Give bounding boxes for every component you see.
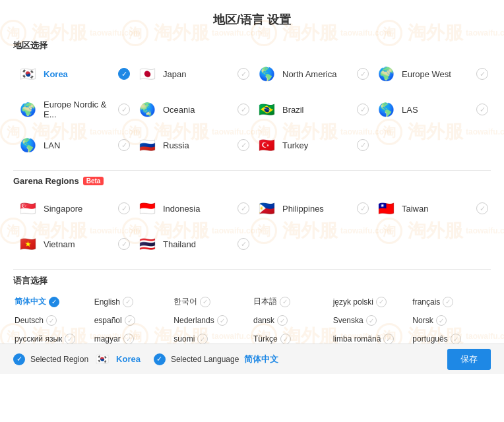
region-check-thailand: ✓ <box>237 238 249 250</box>
region-item-north_america[interactable]: 🌎North America✓ <box>252 58 371 90</box>
region-item-indonesia[interactable]: 🇮🇩Indonesia✓ <box>133 193 252 224</box>
garena-label-row: Garena Regions Beta <box>13 176 491 186</box>
lang-item-de[interactable]: Deutsch✓ <box>13 313 93 328</box>
region-item-turkey[interactable]: 🇹🇷Turkey✓ <box>252 129 371 161</box>
lang-check-ko: ✓ <box>200 297 210 307</box>
region-check-indonesia: ✓ <box>237 202 249 214</box>
flag-europe_west: 🌍 <box>374 62 398 86</box>
lang-check-nl: ✓ <box>217 315 228 326</box>
lang-name-ro: limba română <box>333 334 381 344</box>
region-item-japan[interactable]: 🇯🇵Japan✓ <box>133 58 252 90</box>
page-title: 地区/语言 设置 <box>0 0 504 34</box>
region-item-philippines[interactable]: 🇵🇭Philippines✓ <box>252 193 371 224</box>
lang-item-en[interactable]: English✓ <box>93 293 173 310</box>
region-name-thailand: Thailand <box>163 239 234 249</box>
lang-name-fi: suomi <box>173 334 195 344</box>
region-item-taiwan[interactable]: 🇹🇼Taiwan✓ <box>371 193 491 224</box>
lang-name-no: Norsk <box>412 316 433 325</box>
flag-lan: 🌎 <box>16 133 40 157</box>
region-name-philippines: Philippines <box>282 204 353 214</box>
lang-item-no[interactable]: Norsk✓ <box>411 313 491 328</box>
lang-check-ru: ✓ <box>65 334 75 344</box>
lang-item-fr[interactable]: français✓ <box>411 293 491 310</box>
flag-taiwan: 🇹🇼 <box>374 196 398 220</box>
region-section: 地区选择 🇰🇷Korea✓🇯🇵Japan✓🌎North America✓🌍Eur… <box>0 34 504 170</box>
region-check-las: ✓ <box>476 104 488 115</box>
region-item-europe_nordic[interactable]: 🌍Europe Nordic & E...✓ <box>13 94 133 125</box>
lang-name-de: Deutsch <box>15 316 44 325</box>
region-check-russia: ✓ <box>237 139 249 151</box>
region-name-korea: Korea <box>44 69 114 79</box>
region-name-brazil: Brazil <box>282 105 353 115</box>
lang-check-ro: ✓ <box>383 334 394 344</box>
selected-region-value: Korea <box>116 354 141 364</box>
region-check-turkey: ✓ <box>357 139 369 151</box>
region-item-russia[interactable]: 🇷🇺Russia✓ <box>133 129 252 161</box>
lang-check-zh_cn: ✓ <box>49 297 59 307</box>
lang-item-da[interactable]: dansk✓ <box>252 313 332 328</box>
lang-name-zh_cn: 简体中文 <box>15 296 46 307</box>
region-section-label: 地区选择 <box>13 40 491 51</box>
lang-check-hu: ✓ <box>123 334 134 344</box>
region-name-europe_west: Europe West <box>402 69 472 79</box>
save-button[interactable]: 保存 <box>447 349 491 370</box>
flag-korea: 🇰🇷 <box>16 62 40 86</box>
selected-region-check-icon: ✓ <box>13 353 25 365</box>
lang-item-ja[interactable]: 日本語✓ <box>252 293 332 310</box>
region-item-korea[interactable]: 🇰🇷Korea✓ <box>13 58 133 90</box>
lang-item-pl[interactable]: język polski✓ <box>332 293 412 310</box>
region-item-lan[interactable]: 🌎LAN✓ <box>13 129 133 161</box>
lang-name-pt: português <box>412 334 447 344</box>
flag-indonesia: 🇮🇩 <box>135 196 159 220</box>
region-item-europe_west[interactable]: 🌍Europe West✓ <box>371 58 491 90</box>
region-item-brazil[interactable]: 🇧🇷Brazil✓ <box>252 94 371 125</box>
lang-name-tr: Türkçe <box>253 334 278 344</box>
region-item-las[interactable]: 🌎LAS✓ <box>371 94 491 125</box>
lang-item-ko[interactable]: 한국어✓ <box>172 293 252 310</box>
lang-check-tr: ✓ <box>280 334 291 344</box>
page-wrapper: 淘淘外服taowaifu.com 淘淘外服taowaifu.com 淘淘外服ta… <box>0 0 504 374</box>
lang-name-fr: français <box>412 297 440 307</box>
region-check-lan: ✓ <box>118 139 130 151</box>
lang-item-sv[interactable]: Svenska✓ <box>332 313 412 328</box>
garena-regions-grid: 🇸🇬Singapore✓🇮🇩Indonesia✓🇵🇭Philippines✓🇹🇼… <box>13 193 491 260</box>
region-name-lan: LAN <box>44 140 114 150</box>
flag-las: 🌎 <box>374 98 398 121</box>
regions-grid: 🇰🇷Korea✓🇯🇵Japan✓🌎North America✓🌍Europe W… <box>13 58 491 161</box>
lang-name-en: English <box>94 297 120 307</box>
selected-language-check-icon: ✓ <box>154 353 166 365</box>
lang-check-da: ✓ <box>277 315 288 326</box>
region-check-north_america: ✓ <box>357 68 369 80</box>
flag-brazil: 🇧🇷 <box>255 98 278 121</box>
garena-section: Garena Regions Beta 🇸🇬Singapore✓🇮🇩Indone… <box>0 171 504 269</box>
lang-item-nl[interactable]: Nederlands✓ <box>172 313 252 328</box>
lang-name-nl: Nederlands <box>173 316 214 325</box>
lang-item-es[interactable]: español✓ <box>93 313 173 328</box>
region-check-brazil: ✓ <box>357 104 369 115</box>
region-item-oceania[interactable]: 🌏Oceania✓ <box>133 94 252 125</box>
region-name-oceania: Oceania <box>163 105 234 115</box>
lang-check-sv: ✓ <box>366 315 377 326</box>
region-name-europe_nordic: Europe Nordic & E... <box>44 100 114 119</box>
region-item-singapore[interactable]: 🇸🇬Singapore✓ <box>13 193 133 224</box>
region-name-russia: Russia <box>163 140 234 150</box>
region-check-vietnam: ✓ <box>118 238 130 250</box>
region-check-taiwan: ✓ <box>476 202 488 214</box>
garena-section-label: Garena Regions <box>13 176 79 186</box>
selected-region-flag: 🇰🇷 <box>94 351 111 368</box>
region-check-europe_west: ✓ <box>476 68 488 80</box>
flag-russia: 🇷🇺 <box>135 133 159 157</box>
region-check-singapore: ✓ <box>118 202 130 214</box>
region-item-vietnam[interactable]: 🇻🇳Vietnam✓ <box>13 228 133 260</box>
lang-name-pl: język polski <box>333 297 373 307</box>
flag-north_america: 🌎 <box>255 62 278 86</box>
lang-name-ko: 한국어 <box>173 296 197 307</box>
region-name-north_america: North America <box>282 69 353 79</box>
flag-thailand: 🇹🇭 <box>135 232 159 256</box>
lang-item-zh_cn[interactable]: 简体中文✓ <box>13 293 93 310</box>
flag-philippines: 🇵🇭 <box>255 196 278 220</box>
selected-language-value: 简体中文 <box>244 353 278 365</box>
flag-singapore: 🇸🇬 <box>16 196 40 220</box>
lang-check-fi: ✓ <box>197 334 208 344</box>
region-item-thailand[interactable]: 🇹🇭Thailand✓ <box>133 228 252 260</box>
